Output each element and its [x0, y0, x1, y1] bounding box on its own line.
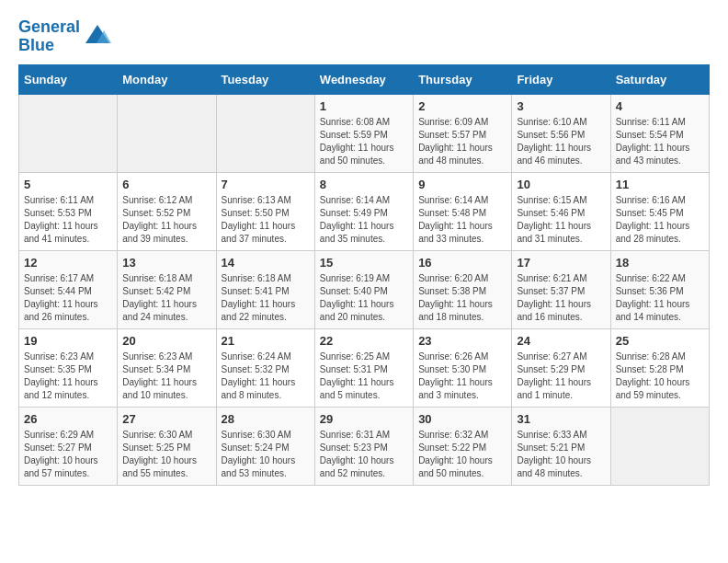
day-number: 15	[320, 256, 408, 270]
calendar-week-row: 1Sunrise: 6:08 AM Sunset: 5:59 PM Daylig…	[19, 94, 710, 172]
day-info: Sunrise: 6:09 AM Sunset: 5:57 PM Dayligh…	[418, 116, 506, 167]
weekday-header-tuesday: Tuesday	[216, 64, 314, 94]
weekday-header-sunday: Sunday	[19, 64, 118, 94]
day-number: 6	[122, 178, 210, 191]
day-number: 16	[418, 256, 506, 270]
calendar-cell: 31Sunrise: 6:33 AM Sunset: 5:21 PM Dayli…	[512, 407, 610, 485]
day-number: 31	[517, 412, 605, 426]
day-number: 20	[122, 334, 210, 348]
weekday-header-monday: Monday	[118, 64, 216, 94]
calendar-cell: 25Sunrise: 6:28 AM Sunset: 5:28 PM Dayli…	[610, 328, 709, 407]
day-number: 10	[517, 178, 605, 191]
logo-text: General Blue	[18, 18, 80, 55]
day-info: Sunrise: 6:17 AM Sunset: 5:44 PM Dayligh…	[24, 272, 112, 324]
weekday-header-wednesday: Wednesday	[314, 64, 413, 94]
day-info: Sunrise: 6:11 AM Sunset: 5:54 PM Dayligh…	[616, 116, 704, 167]
day-number: 2	[418, 99, 506, 113]
day-info: Sunrise: 6:21 AM Sunset: 5:37 PM Dayligh…	[517, 272, 605, 324]
day-number: 4	[616, 99, 704, 113]
day-info: Sunrise: 6:26 AM Sunset: 5:30 PM Dayligh…	[418, 350, 506, 402]
day-number: 30	[418, 412, 506, 426]
calendar-cell: 24Sunrise: 6:27 AM Sunset: 5:29 PM Dayli…	[512, 328, 610, 407]
day-info: Sunrise: 6:28 AM Sunset: 5:28 PM Dayligh…	[616, 350, 704, 402]
weekday-header-thursday: Thursday	[414, 64, 512, 94]
calendar-cell: 1Sunrise: 6:08 AM Sunset: 5:59 PM Daylig…	[314, 94, 413, 172]
calendar-cell: 28Sunrise: 6:30 AM Sunset: 5:24 PM Dayli…	[216, 407, 314, 485]
day-info: Sunrise: 6:12 AM Sunset: 5:52 PM Dayligh…	[122, 194, 210, 246]
day-number: 12	[24, 256, 112, 270]
calendar-header: SundayMondayTuesdayWednesdayThursdayFrid…	[19, 64, 710, 94]
calendar-week-row: 26Sunrise: 6:29 AM Sunset: 5:27 PM Dayli…	[19, 407, 710, 485]
day-info: Sunrise: 6:23 AM Sunset: 5:35 PM Dayligh…	[24, 350, 112, 402]
calendar-body: 1Sunrise: 6:08 AM Sunset: 5:59 PM Daylig…	[19, 94, 710, 485]
calendar-cell	[610, 407, 709, 485]
calendar-cell: 10Sunrise: 6:15 AM Sunset: 5:46 PM Dayli…	[512, 172, 610, 250]
calendar-cell: 3Sunrise: 6:10 AM Sunset: 5:56 PM Daylig…	[512, 94, 610, 172]
day-number: 24	[517, 334, 605, 348]
day-info: Sunrise: 6:29 AM Sunset: 5:27 PM Dayligh…	[24, 429, 112, 480]
day-number: 5	[24, 178, 112, 191]
calendar-cell: 21Sunrise: 6:24 AM Sunset: 5:32 PM Dayli…	[216, 328, 314, 407]
day-info: Sunrise: 6:32 AM Sunset: 5:22 PM Dayligh…	[418, 429, 506, 480]
day-info: Sunrise: 6:11 AM Sunset: 5:53 PM Dayligh…	[24, 194, 112, 246]
calendar-cell: 19Sunrise: 6:23 AM Sunset: 5:35 PM Dayli…	[19, 328, 118, 407]
day-info: Sunrise: 6:15 AM Sunset: 5:46 PM Dayligh…	[517, 194, 605, 246]
weekday-header-saturday: Saturday	[610, 64, 709, 94]
day-number: 27	[122, 412, 210, 426]
calendar-cell: 13Sunrise: 6:18 AM Sunset: 5:42 PM Dayli…	[118, 250, 216, 328]
day-number: 26	[24, 412, 112, 426]
day-info: Sunrise: 6:18 AM Sunset: 5:41 PM Dayligh…	[222, 272, 310, 324]
calendar-cell: 18Sunrise: 6:22 AM Sunset: 5:36 PM Dayli…	[610, 250, 709, 328]
calendar-cell	[118, 94, 216, 172]
day-info: Sunrise: 6:13 AM Sunset: 5:50 PM Dayligh…	[222, 194, 310, 246]
calendar-cell: 6Sunrise: 6:12 AM Sunset: 5:52 PM Daylig…	[118, 172, 216, 250]
day-number: 3	[517, 99, 605, 113]
day-number: 29	[320, 412, 408, 426]
calendar-cell: 14Sunrise: 6:18 AM Sunset: 5:41 PM Dayli…	[216, 250, 314, 328]
calendar-cell: 11Sunrise: 6:16 AM Sunset: 5:45 PM Dayli…	[610, 172, 709, 250]
day-info: Sunrise: 6:33 AM Sunset: 5:21 PM Dayligh…	[517, 429, 605, 480]
day-info: Sunrise: 6:14 AM Sunset: 5:49 PM Dayligh…	[320, 194, 408, 246]
calendar-cell: 16Sunrise: 6:20 AM Sunset: 5:38 PM Dayli…	[414, 250, 512, 328]
day-info: Sunrise: 6:30 AM Sunset: 5:25 PM Dayligh…	[122, 429, 210, 480]
day-number: 21	[222, 334, 310, 348]
calendar-cell	[216, 94, 314, 172]
day-number: 11	[616, 178, 704, 191]
calendar-cell: 27Sunrise: 6:30 AM Sunset: 5:25 PM Dayli…	[118, 407, 216, 485]
day-number: 17	[517, 256, 605, 270]
calendar-table: SundayMondayTuesdayWednesdayThursdayFrid…	[18, 64, 710, 486]
day-info: Sunrise: 6:22 AM Sunset: 5:36 PM Dayligh…	[616, 272, 704, 324]
calendar-cell	[19, 94, 118, 172]
calendar-cell: 17Sunrise: 6:21 AM Sunset: 5:37 PM Dayli…	[512, 250, 610, 328]
calendar-cell: 9Sunrise: 6:14 AM Sunset: 5:48 PM Daylig…	[414, 172, 512, 250]
day-info: Sunrise: 6:10 AM Sunset: 5:56 PM Dayligh…	[517, 116, 605, 167]
calendar-cell: 30Sunrise: 6:32 AM Sunset: 5:22 PM Dayli…	[414, 407, 512, 485]
calendar-cell: 7Sunrise: 6:13 AM Sunset: 5:50 PM Daylig…	[216, 172, 314, 250]
calendar-week-row: 12Sunrise: 6:17 AM Sunset: 5:44 PM Dayli…	[19, 250, 710, 328]
day-info: Sunrise: 6:08 AM Sunset: 5:59 PM Dayligh…	[320, 116, 408, 167]
day-number: 28	[222, 412, 310, 426]
day-number: 7	[222, 178, 310, 191]
day-number: 13	[122, 256, 210, 270]
day-number: 23	[418, 334, 506, 348]
logo: General Blue	[18, 18, 111, 55]
day-number: 14	[222, 256, 310, 270]
day-info: Sunrise: 6:30 AM Sunset: 5:24 PM Dayligh…	[222, 429, 310, 480]
day-number: 19	[24, 334, 112, 348]
calendar-cell: 15Sunrise: 6:19 AM Sunset: 5:40 PM Dayli…	[314, 250, 413, 328]
day-number: 9	[418, 178, 506, 191]
day-info: Sunrise: 6:24 AM Sunset: 5:32 PM Dayligh…	[222, 350, 310, 402]
day-number: 1	[320, 99, 408, 113]
calendar-cell: 4Sunrise: 6:11 AM Sunset: 5:54 PM Daylig…	[610, 94, 709, 172]
calendar-cell: 29Sunrise: 6:31 AM Sunset: 5:23 PM Dayli…	[314, 407, 413, 485]
day-info: Sunrise: 6:16 AM Sunset: 5:45 PM Dayligh…	[616, 194, 704, 246]
weekday-header-row: SundayMondayTuesdayWednesdayThursdayFrid…	[19, 64, 710, 94]
day-info: Sunrise: 6:18 AM Sunset: 5:42 PM Dayligh…	[122, 272, 210, 324]
day-number: 18	[616, 256, 704, 270]
day-number: 22	[320, 334, 408, 348]
calendar-cell: 22Sunrise: 6:25 AM Sunset: 5:31 PM Dayli…	[314, 328, 413, 407]
day-number: 25	[616, 334, 704, 348]
page-header: General Blue	[18, 18, 710, 55]
day-info: Sunrise: 6:27 AM Sunset: 5:29 PM Dayligh…	[517, 350, 605, 402]
calendar-cell: 2Sunrise: 6:09 AM Sunset: 5:57 PM Daylig…	[414, 94, 512, 172]
